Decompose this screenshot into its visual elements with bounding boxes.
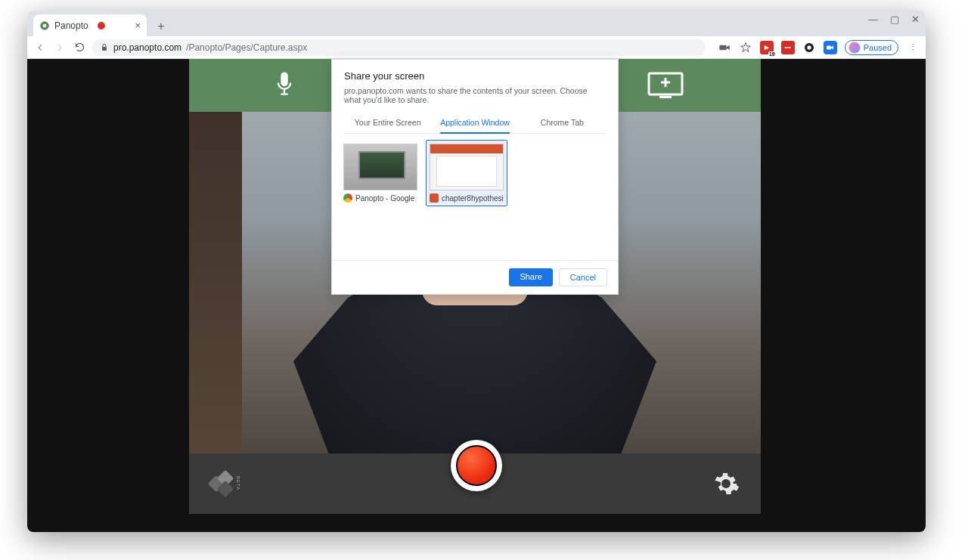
share-screen-dialog: Share your screen pro.panopto.com wants … xyxy=(331,59,619,295)
chrome-app-icon xyxy=(343,193,352,203)
settings-button[interactable] xyxy=(712,470,740,497)
new-tab-button[interactable]: + xyxy=(151,17,171,36)
svg-rect-5 xyxy=(827,45,831,49)
page-content: BETA Share your screen pro.panopto.com w… xyxy=(27,59,926,532)
window-close-button[interactable]: ✕ xyxy=(911,14,920,25)
url-domain: pro.panopto.com xyxy=(113,42,182,53)
url-path: /Panopto/Pages/Capture.aspx xyxy=(186,42,307,53)
address-bar[interactable]: pro.panopto.com/Panopto/Pages/Capture.as… xyxy=(92,39,706,56)
window-maximize-button[interactable]: ▢ xyxy=(890,14,899,25)
window-option-chrome[interactable]: Panopto - Google Chro... xyxy=(340,140,421,206)
window-option-powerpoint[interactable]: chapter8hypothesistes... xyxy=(426,140,507,206)
profile-paused-button[interactable]: Paused xyxy=(845,40,898,55)
profile-status-label: Paused xyxy=(864,43,892,52)
lock-icon xyxy=(100,43,109,52)
share-button[interactable]: Share xyxy=(509,268,552,286)
star-bookmark-icon[interactable] xyxy=(739,41,752,54)
window-thumbnail xyxy=(343,144,417,190)
youtube-extension-icon[interactable]: ▸19 xyxy=(760,41,774,54)
tab-title: Panopto xyxy=(54,20,88,31)
lastpass-extension-icon[interactable]: ••• xyxy=(781,41,795,54)
adblock-extension-icon[interactable] xyxy=(802,41,816,54)
nav-back-button[interactable] xyxy=(33,41,47,54)
window-minimize-button[interactable]: — xyxy=(868,14,878,25)
browser-toolbar: pro.panopto.com/Panopto/Pages/Capture.as… xyxy=(27,36,926,59)
svg-rect-6 xyxy=(281,73,287,87)
microphone-icon xyxy=(274,70,295,101)
nav-forward-button[interactable] xyxy=(53,41,67,54)
dialog-footer: Share Cancel xyxy=(332,261,618,294)
window-thumbnail xyxy=(430,144,504,190)
svg-rect-8 xyxy=(659,96,672,98)
extension-icons: ▸19 ••• Paused ⋮ xyxy=(718,40,920,55)
powerpoint-app-icon xyxy=(430,193,439,203)
window-label: Panopto - Google Chro... xyxy=(355,194,417,203)
browser-window: Panopto × + — ▢ ✕ pro.panopto.com/Panopt… xyxy=(27,11,926,532)
dialog-subtitle: pro.panopto.com wants to share the conte… xyxy=(344,86,606,104)
tab-application-window[interactable]: Application Window xyxy=(431,112,518,133)
recording-indicator-icon xyxy=(98,22,105,29)
record-icon xyxy=(456,445,497,486)
beta-label: BETA xyxy=(236,476,240,490)
browser-tab-panopto[interactable]: Panopto × xyxy=(33,14,147,36)
zoom-extension-icon[interactable] xyxy=(824,41,837,54)
svg-point-1 xyxy=(43,23,47,27)
tab-close-button[interactable]: × xyxy=(135,20,141,31)
svg-rect-2 xyxy=(719,45,726,50)
tab-chrome-tab[interactable]: Chrome Tab xyxy=(519,112,606,133)
cancel-button[interactable]: Cancel xyxy=(559,268,607,286)
profile-avatar-icon xyxy=(849,42,861,54)
camera-extension-icon[interactable] xyxy=(718,41,731,54)
tab-entire-screen[interactable]: Your Entire Screen xyxy=(344,112,431,133)
svg-point-4 xyxy=(807,45,811,49)
dialog-tabs: Your Entire Screen Application Window Ch… xyxy=(344,112,606,134)
record-button[interactable] xyxy=(451,440,502,491)
tab-strip: Panopto × + — ▢ ✕ xyxy=(27,11,926,36)
chrome-menu-button[interactable]: ⋮ xyxy=(906,41,920,54)
panopto-logo: BETA xyxy=(210,472,240,495)
add-screen-icon xyxy=(644,70,687,101)
panopto-favicon-icon xyxy=(39,20,50,31)
dialog-title: Share your screen xyxy=(344,70,606,82)
window-label: chapter8hypothesistes... xyxy=(442,194,504,203)
dialog-window-list: Panopto - Google Chro... chapter8hypothe… xyxy=(332,134,618,261)
nav-reload-button[interactable] xyxy=(73,41,86,54)
